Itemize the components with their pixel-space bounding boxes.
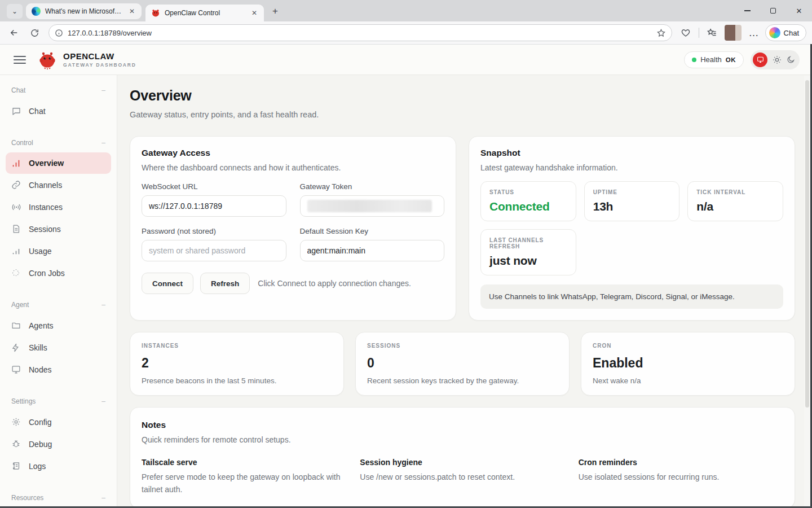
gear-icon <box>11 417 21 427</box>
sidebar-item-channels[interactable]: Channels <box>0 174 117 196</box>
document-icon <box>11 224 21 234</box>
spinner-dots-icon <box>11 268 21 278</box>
websocket-url-input[interactable] <box>142 195 286 217</box>
collapse-icon[interactable]: – <box>102 494 105 502</box>
sidebar-section-agent[interactable]: Agent – <box>0 297 117 314</box>
collapse-icon[interactable]: – <box>102 301 105 309</box>
collapse-icon[interactable]: – <box>102 397 105 405</box>
sidebar-item-label: Overview <box>29 159 64 168</box>
health-label: Health <box>700 55 722 64</box>
back-icon[interactable] <box>6 24 23 41</box>
stat-label: STATUS <box>489 189 567 195</box>
notes-card: Notes Quick reminders for remote control… <box>130 407 795 507</box>
stat-value: Connected <box>489 200 567 213</box>
sidebar-item-label: Logs <box>29 462 46 471</box>
scroll-icon <box>11 461 21 471</box>
window-controls: ✕ <box>734 0 812 21</box>
browser-essentials-icon[interactable] <box>678 25 694 41</box>
uptime-stat: UPTIME 13h <box>584 181 680 221</box>
stat-value: n/a <box>696 200 774 213</box>
bar-chart-icon <box>11 159 21 168</box>
browser-tab-strip: ⌄ What's new in Microsoft Edge ✕ OpenCla… <box>0 0 812 21</box>
window-close-button[interactable]: ✕ <box>786 0 812 21</box>
window-maximize-button[interactable] <box>760 0 786 21</box>
tab-close-icon[interactable]: ✕ <box>249 8 259 18</box>
sidebar-item-logs[interactable]: Logs <box>0 455 117 477</box>
sidebar-item-label: Chat <box>29 107 46 116</box>
stat-value: 2 <box>142 356 332 371</box>
edge-favicon-icon <box>32 7 41 16</box>
sidebar-item-nodes[interactable]: Nodes <box>0 358 117 380</box>
note-session-hygiene: Session hygiene Use /new or sessions.pat… <box>360 458 564 496</box>
sidebar-item-cron-jobs[interactable]: Cron Jobs <box>0 262 117 284</box>
browser-tab-openclaw[interactable]: OpenClaw Control ✕ <box>145 5 264 21</box>
copilot-chat-button[interactable]: Chat <box>765 24 806 41</box>
cron-card: CRON Enabled Next wake n/a <box>581 332 795 396</box>
browser-tab-edge-whats-new[interactable]: What's new in Microsoft Edge ✕ <box>26 3 142 19</box>
tab-search-chevron-icon[interactable]: ⌄ <box>7 4 23 19</box>
url-text[interactable]: 127.0.0.1:18789/overview <box>68 29 652 37</box>
refresh-button[interactable]: Refresh <box>200 273 250 294</box>
sidebar-item-instances[interactable]: Instances <box>0 196 117 218</box>
sidebar-item-label: Skills <box>29 343 47 352</box>
favorites-icon[interactable] <box>704 25 720 41</box>
new-tab-button[interactable]: + <box>267 3 283 19</box>
connect-button[interactable]: Connect <box>142 273 193 294</box>
bookmark-star-icon[interactable] <box>656 28 666 38</box>
card-description: Where the dashboard connects and how it … <box>142 163 444 172</box>
card-title: Snapshot <box>480 148 783 158</box>
sidebar-section-chat[interactable]: Chat – <box>0 83 117 100</box>
reload-icon[interactable] <box>26 24 43 41</box>
channels-tip: Use Channels to link WhatsApp, Telegram,… <box>480 284 783 309</box>
page-subtitle: Gateway status, entry points, and a fast… <box>130 110 803 119</box>
sidebar-item-usage[interactable]: Usage <box>0 240 117 262</box>
sidebar-item-agents[interactable]: Agents <box>0 314 117 336</box>
session-key-label: Default Session Key <box>300 227 445 235</box>
sidebar-item-skills[interactable]: Skills <box>0 336 117 358</box>
window-minimize-button[interactable] <box>734 0 760 21</box>
tab-title: OpenClaw Control <box>165 9 245 17</box>
session-key-input[interactable] <box>300 240 445 261</box>
theme-system-button[interactable] <box>753 52 767 67</box>
dashboard-header: OPENCLAW GATEWAY DASHBOARD Health OK <box>0 45 812 75</box>
more-menu-icon[interactable]: … <box>746 25 762 41</box>
connect-hint: Click Connect to apply connection change… <box>258 279 411 288</box>
address-bar[interactable]: 127.0.0.1:18789/overview <box>48 24 672 41</box>
health-status-badge[interactable]: Health OK <box>684 51 744 68</box>
sidebar-item-config[interactable]: Config <box>0 411 117 433</box>
password-input[interactable] <box>142 240 286 261</box>
sidebar-item-chat[interactable]: Chat <box>0 100 117 122</box>
gateway-token-input[interactable] <box>300 195 445 217</box>
sidebar-toggle-hamburger-icon[interactable] <box>14 56 26 64</box>
section-label: Agent <box>11 301 29 309</box>
note-body: Use /new or sessions.patch to reset cont… <box>360 471 564 484</box>
note-title: Cron reminders <box>579 458 783 467</box>
sidebar-item-overview[interactable]: Overview <box>6 152 111 174</box>
sidebar-section-settings[interactable]: Settings – <box>0 394 117 411</box>
stat-label: SESSIONS <box>367 343 558 349</box>
sidebar-section-control[interactable]: Control – <box>0 135 117 152</box>
theme-light-button[interactable] <box>773 55 782 64</box>
collapse-icon[interactable]: – <box>102 139 105 147</box>
sidebar-item-label: Cron Jobs <box>29 269 65 278</box>
section-label: Settings <box>11 397 36 405</box>
copilot-icon <box>769 27 780 38</box>
theme-dark-button[interactable] <box>787 55 795 64</box>
stat-value: just now <box>489 254 567 268</box>
tab-close-icon[interactable]: ✕ <box>127 6 137 16</box>
sidebar-item-debug[interactable]: Debug <box>0 433 117 455</box>
sidebar-section-resources[interactable]: Resources – <box>0 491 117 507</box>
card-description: Quick reminders for remote control setup… <box>142 435 783 444</box>
scrollbar-thumb[interactable] <box>805 80 809 408</box>
profile-avatar[interactable] <box>725 25 742 41</box>
card-title: Gateway Access <box>142 148 444 158</box>
sidebar-item-sessions[interactable]: Sessions <box>0 218 117 240</box>
snapshot-card: Snapshot Latest gateway handshake inform… <box>469 136 795 321</box>
bug-icon <box>11 439 21 449</box>
collapse-icon[interactable]: – <box>102 86 105 94</box>
site-info-icon[interactable] <box>55 29 63 37</box>
note-body: Use isolated sessions for recurring runs… <box>579 471 783 484</box>
theme-switcher <box>751 50 800 69</box>
stat-label: UPTIME <box>593 189 671 195</box>
page-scrollbar[interactable] <box>804 76 810 506</box>
